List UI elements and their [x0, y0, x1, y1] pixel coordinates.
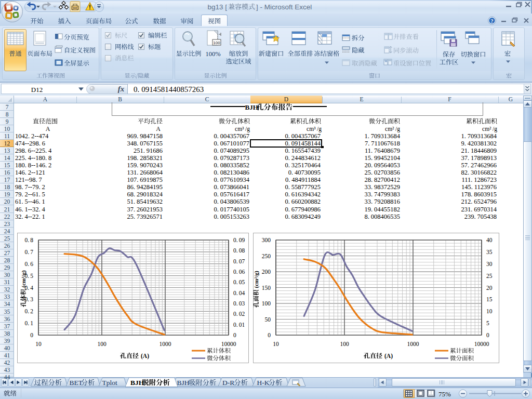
svg-text:BJH: BJH: [177, 379, 190, 387]
svg-text:0.683094249: 0.683094249: [285, 213, 321, 220]
svg-text:37: 37: [4, 323, 10, 329]
svg-text:969.9847158: 969.9847158: [127, 132, 163, 140]
svg-text:15.99452104: 15.99452104: [365, 154, 401, 162]
svg-text:198.2858321: 198.2858321: [127, 154, 163, 162]
svg-text:30: 30: [4, 272, 10, 278]
svg-text:474--298.6: 474--298.6: [15, 140, 45, 147]
svg-text:9: 9: [6, 118, 9, 125]
svg-text:0.073866041: 0.073866041: [214, 183, 249, 191]
svg-text:B: B: [118, 96, 122, 102]
svg-text:1.709313684: 1.709313684: [365, 132, 401, 140]
svg-text:0.244834612: 0.244834612: [285, 154, 321, 162]
svg-text:8.008406535: 8.008406535: [365, 213, 400, 220]
svg-text:82.30166822: 82.30166822: [461, 169, 497, 176]
svg-text:231.6970314: 231.6970314: [461, 206, 497, 213]
svg-text:cm³/g: cm³/g: [307, 126, 322, 132]
svg-text:38: 38: [4, 330, 10, 337]
svg-text:40: 40: [4, 345, 10, 351]
svg-text:cm³/g: cm³/g: [235, 126, 250, 132]
svg-text:0.074089295: 0.074089295: [214, 147, 249, 154]
svg-text:27: 27: [4, 250, 10, 256]
svg-text:180.8--146.2: 180.8--146.2: [15, 162, 51, 169]
svg-text:0.043806539: 0.043806539: [214, 198, 249, 205]
svg-text:0.616394342: 0.616394342: [285, 191, 321, 198]
svg-text:0.165547439: 0.165547439: [285, 147, 321, 154]
svg-text:F: F: [448, 96, 451, 102]
svg-text:68.29018324: 68.29018324: [127, 191, 163, 198]
svg-text:A: A: [156, 125, 161, 132]
svg-text:0.325170464: 0.325170464: [285, 162, 321, 169]
svg-text:34: 34: [4, 301, 10, 307]
svg-text:33.74799383: 33.74799383: [365, 191, 400, 198]
svg-text:7.711067618: 7.711067618: [365, 140, 400, 147]
svg-text:1.709313684: 1.709313684: [461, 132, 497, 140]
svg-text:20.09564053: 20.09564053: [365, 162, 400, 169]
svg-text:21: 21: [4, 206, 10, 212]
svg-text:178.8603915: 178.8603915: [461, 191, 497, 198]
svg-text:0.091458144: 0.091458144: [285, 140, 321, 147]
svg-text:] - Microsoft Excel: ] - Microsoft Excel: [256, 3, 312, 11]
svg-text:20: 20: [4, 198, 10, 205]
svg-text:17: 17: [4, 177, 10, 183]
svg-text:C: C: [205, 96, 209, 102]
svg-text:BET: BET: [70, 379, 83, 387]
svg-text:(cm³/g): (cm³/g): [20, 270, 27, 288]
svg-text:(cm²/g): (cm²/g): [253, 271, 260, 288]
svg-text:42: 42: [4, 360, 10, 366]
svg-text:19.04455182: 19.04455182: [365, 206, 400, 213]
svg-text:0.082130486: 0.082130486: [214, 169, 249, 176]
svg-text:159.9070243: 159.9070243: [127, 162, 163, 169]
svg-text:cm²/g: cm²/g: [385, 126, 400, 132]
svg-text:28: 28: [4, 257, 10, 263]
svg-text:298.6--225.4: 298.6--225.4: [15, 147, 52, 154]
svg-text:8: 8: [6, 111, 9, 117]
svg-text:25.02703856: 25.02703856: [365, 169, 400, 176]
svg-text:9.420381302: 9.420381302: [461, 140, 497, 147]
svg-text:0.558777925: 0.558777925: [285, 183, 321, 191]
svg-text:0.677940986: 0.677940986: [285, 206, 321, 213]
svg-text:33.79208816: 33.79208816: [365, 198, 400, 205]
svg-text:BJH: BJH: [245, 103, 258, 111]
svg-text:33: 33: [4, 294, 10, 300]
svg-text:61.5--46.1: 61.5--46.1: [15, 198, 45, 205]
svg-text:bg13 [: bg13 [: [207, 3, 227, 11]
svg-text:0.40730095: 0.40730095: [288, 169, 321, 176]
svg-text:cm²/g: cm²/g: [482, 126, 497, 132]
svg-text:98.7--79.2: 98.7--79.2: [15, 183, 45, 191]
svg-text:Tplot: Tplot: [102, 379, 117, 387]
svg-text:22: 22: [4, 214, 10, 220]
svg-text:239.705438: 239.705438: [464, 213, 497, 220]
svg-text:32.4--22.1: 32.4--22.1: [15, 213, 45, 220]
svg-text:86.94284195: 86.94284195: [127, 183, 163, 191]
svg-text:D12: D12: [31, 86, 43, 94]
svg-text:145.1123976: 145.1123976: [461, 183, 497, 191]
svg-text:57.27462966: 57.27462966: [461, 162, 497, 169]
svg-text:32: 32: [4, 286, 10, 292]
svg-text:35: 35: [4, 309, 10, 315]
svg-text:212.6524796: 212.6524796: [461, 198, 497, 205]
svg-text:19: 19: [4, 191, 10, 197]
svg-text:11: 11: [4, 133, 10, 139]
svg-text:348.0767155: 348.0767155: [127, 140, 163, 147]
svg-text:0.067101077: 0.067101077: [214, 140, 249, 147]
svg-text:0.005153263: 0.005153263: [214, 213, 249, 220]
svg-text:0.077610934: 0.077610934: [214, 176, 250, 183]
svg-text:10: 10: [4, 126, 10, 132]
svg-text:37.17898913: 37.17898913: [461, 154, 497, 162]
svg-text:11.76408679: 11.76408679: [365, 147, 400, 154]
svg-text:111.1286723: 111.1286723: [461, 176, 497, 183]
svg-text:A: A: [43, 96, 48, 102]
svg-text:0.660200882: 0.660200882: [285, 198, 321, 205]
svg-text:18: 18: [4, 184, 10, 190]
svg-text:16: 16: [4, 169, 10, 176]
svg-text:100%: 100%: [205, 50, 220, 58]
svg-text:0.004357067: 0.004357067: [214, 132, 249, 140]
svg-text:79.2--61.5: 79.2--61.5: [15, 191, 45, 198]
svg-text:146.2--121: 146.2--121: [15, 169, 45, 176]
svg-text:225.4--180.8: 225.4--180.8: [15, 154, 51, 162]
svg-text:13: 13: [4, 148, 10, 154]
svg-text:H-K: H-K: [257, 379, 270, 387]
svg-text:43: 43: [4, 367, 10, 373]
svg-text:0.0914581440857263: 0.0914581440857263: [134, 85, 204, 94]
svg-text:0.484911884: 0.484911884: [285, 176, 321, 183]
